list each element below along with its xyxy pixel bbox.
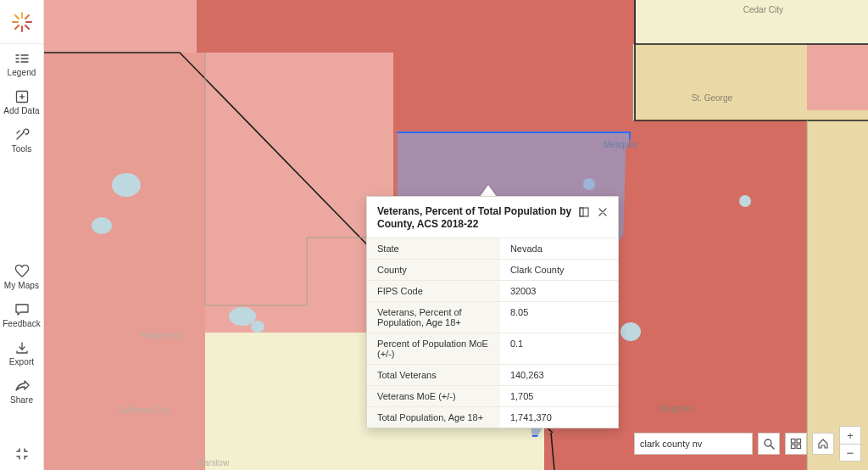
water-body — [112, 173, 141, 197]
region-iron-county — [635, 0, 868, 44]
minus-icon: − — [847, 446, 854, 459]
svg-rect-17 — [580, 208, 588, 216]
dock-label: Feedback — [3, 320, 41, 328]
map-canvas[interactable]: Cedar City St. George Mesquite Kingman B… — [44, 0, 868, 470]
popup-row: Veterans MoE (+/-)1,705 — [367, 386, 618, 407]
popup-title: Veterans, Percent of Total Population by… — [377, 205, 572, 231]
popup-row: CountyClark County — [367, 260, 618, 281]
popup-tbody: StateNevada CountyClark County FIPS Code… — [367, 238, 618, 428]
svg-rect-18 — [580, 208, 583, 216]
popup-row: FIPS Code32003 — [367, 281, 618, 302]
popup-row: StateNevada — [367, 238, 618, 260]
dock-item-feedback[interactable]: Feedback — [0, 295, 43, 333]
svg-line-5 — [25, 25, 29, 29]
map-controls: + − — [634, 426, 861, 462]
left-dock: Legend Add Data Tools My Maps Feed — [0, 0, 44, 470]
svg-line-7 — [15, 25, 19, 29]
search-box[interactable] — [634, 433, 753, 455]
tools-icon — [14, 127, 31, 143]
region-washington-county — [632, 44, 809, 120]
search-input[interactable] — [635, 439, 762, 449]
svg-rect-24 — [797, 445, 801, 449]
zoom-out-button[interactable]: − — [839, 444, 861, 462]
svg-rect-22 — [797, 439, 801, 444]
brand-logo[interactable] — [0, 0, 43, 44]
dock-item-add-data[interactable]: Add Data — [0, 82, 43, 120]
zoom-in-button[interactable]: + — [839, 426, 861, 444]
water-body — [620, 322, 641, 341]
popup-row: Percent of Population MoE (+/-)0.1 — [367, 333, 618, 365]
spark-logo-icon — [10, 10, 34, 34]
plus-icon: + — [847, 430, 854, 441]
grid-icon — [790, 438, 802, 450]
zoom-controls: + − — [839, 426, 861, 462]
popup-pointer — [480, 185, 497, 197]
popup-row: Veterans, Percent of Population, Age 18+… — [367, 302, 618, 333]
svg-line-20 — [771, 445, 774, 449]
app-root: Legend Add Data Tools My Maps Feed — [0, 0, 868, 470]
dock-item-share[interactable]: Share — [0, 372, 43, 410]
dock-item-fullscreen[interactable] — [0, 439, 43, 470]
share-icon — [14, 378, 31, 394]
region-az-edge — [807, 110, 868, 470]
popup-table: StateNevada CountyClark County FIPS Code… — [367, 238, 618, 428]
search-icon — [763, 438, 775, 450]
popup-close-icon[interactable] — [596, 205, 609, 219]
dock-spacer — [0, 159, 43, 257]
chat-icon — [14, 302, 31, 317]
water-body — [739, 195, 751, 207]
fullscreen-exit-icon — [14, 446, 31, 462]
svg-line-4 — [15, 15, 19, 19]
heart-icon — [14, 264, 31, 279]
dock-label: Add Data — [3, 107, 40, 115]
dock-item-tools[interactable]: Tools — [0, 120, 43, 159]
dock-label: Share — [10, 396, 33, 405]
water-body — [92, 217, 112, 234]
svg-line-6 — [25, 15, 29, 19]
basemap-button[interactable] — [785, 433, 807, 455]
popup-row: Total Veterans140,263 — [367, 365, 618, 386]
dock-label: My Maps — [4, 282, 39, 290]
dock-label: Tools — [12, 145, 32, 154]
dock-item-legend[interactable]: Legend — [0, 44, 43, 82]
region-kern — [44, 53, 205, 470]
legend-icon — [14, 51, 31, 66]
dock-item-my-maps[interactable]: My Maps — [0, 257, 43, 295]
svg-rect-23 — [792, 445, 796, 449]
dock-item-export[interactable]: Export — [0, 333, 43, 372]
region-ut-se — [807, 44, 868, 120]
feature-popup: Veterans, Percent of Total Population by… — [366, 196, 619, 428]
popup-dock-icon[interactable] — [577, 205, 591, 219]
svg-rect-21 — [792, 439, 796, 444]
add-data-icon — [14, 89, 31, 104]
map-label-kingman: Kingman — [659, 404, 693, 413]
dock-label: Export — [9, 358, 35, 366]
export-icon — [14, 340, 31, 355]
home-icon — [817, 438, 829, 450]
popup-row: Total Population, Age 18+1,741,370 — [367, 407, 618, 428]
water-body — [251, 321, 264, 333]
home-extent-button[interactable] — [812, 433, 834, 455]
search-button[interactable] — [758, 433, 780, 455]
popup-header: Veterans, Percent of Total Population by… — [367, 197, 618, 238]
dock-label: Legend — [8, 69, 36, 77]
region-tulare — [44, 0, 197, 53]
